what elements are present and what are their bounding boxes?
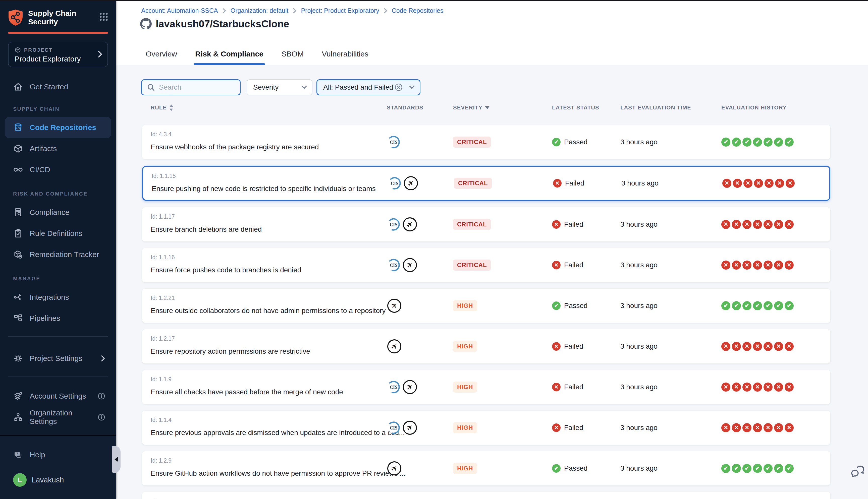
breadcrumb-code-repositories[interactable]: Code Repositories: [392, 7, 444, 14]
tab-risk-compliance[interactable]: Risk & Compliance: [194, 50, 265, 65]
sidebar-item-compliance[interactable]: Compliance: [5, 202, 111, 223]
sidebar-item-integrations[interactable]: Integrations: [5, 287, 111, 308]
column-header-last-evaluation-time[interactable]: LAST EVALUATION TIME: [620, 105, 691, 111]
info-icon[interactable]: [98, 414, 105, 421]
table-row[interactable]: Id: 1.2.21 Ensure outside collaborators …: [142, 289, 830, 323]
paper-plane-standard-icon[interactable]: ✈: [402, 257, 418, 272]
breadcrumb-organization[interactable]: Organization: default: [231, 7, 289, 14]
sidebar-item-help[interactable]: ? Help: [5, 444, 111, 465]
search-box[interactable]: [141, 79, 241, 95]
breadcrumb-account[interactable]: Account: Automation-SSCA: [141, 7, 218, 14]
search-icon: [147, 83, 155, 92]
project-card-name: Product Exploratory: [14, 55, 101, 63]
history-fail-icon: ✕: [732, 423, 741, 432]
cis-standard-icon[interactable]: CIS: [387, 218, 400, 231]
severity-badge: HIGH: [453, 463, 477, 474]
history-pass-icon: ✔: [753, 137, 762, 147]
chevron-down-icon: [301, 86, 307, 89]
paper-plane-standard-icon[interactable]: ✈: [403, 176, 419, 191]
paper-plane-standard-icon[interactable]: ✈: [387, 461, 402, 476]
tab-overview[interactable]: Overview: [144, 50, 179, 65]
sidebar: Supply Chain Security PROJECT Product Ex…: [0, 0, 116, 499]
sidebar-item-rule-definitions[interactable]: Rule Definitions: [5, 223, 111, 244]
paper-plane-standard-icon[interactable]: ✈: [402, 379, 418, 394]
sidebar-collapse-handle[interactable]: [112, 446, 121, 473]
severity-badge: CRITICAL: [453, 259, 491, 271]
severity-badge: CRITICAL: [453, 219, 491, 230]
column-header-standards[interactable]: STANDARDS: [387, 105, 423, 111]
history-cell: ✔✔✔✔✔✔✔: [721, 125, 794, 159]
tab-vulnerabilities[interactable]: Vulnerabilities: [320, 50, 370, 65]
cis-standard-icon[interactable]: CIS: [388, 177, 401, 190]
support-chat-icon[interactable]: [851, 464, 866, 479]
cis-standard-icon[interactable]: CIS: [387, 258, 400, 272]
sidebar-item-remediation-tracker[interactable]: Remediation Tracker: [5, 244, 111, 265]
search-input[interactable]: [159, 83, 236, 92]
history-fail-icon: ✕: [743, 382, 751, 392]
column-header-evaluation-history[interactable]: EVALUATION HISTORY: [721, 105, 787, 111]
sidebar-item-artifacts[interactable]: Artifacts: [5, 138, 111, 159]
history-fail-icon: ✕: [763, 342, 773, 351]
sidebar-item-account-settings[interactable]: Account Settings: [5, 386, 111, 406]
evaluation-time: 3 hours ago: [620, 248, 658, 282]
sidebar-item-label: Get Started: [29, 83, 68, 91]
history-cell: ✕✕✕✕✕✕✕: [722, 167, 795, 200]
cube-icon: [13, 144, 23, 154]
table-row[interactable]: Id: 1.2.17 Ensure repository action perm…: [142, 329, 830, 364]
rules-table: RULE STANDARDS SEVERITY LATEST STATUS LA…: [142, 105, 830, 499]
status-text: Failed: [564, 220, 583, 228]
breadcrumb-project[interactable]: Project: Product Exploratory: [301, 7, 379, 14]
sidebar-item-code-repositories[interactable]: </> Code Repositories: [5, 117, 111, 138]
history-fail-icon: ✕: [743, 220, 751, 229]
cis-standard-icon[interactable]: CIS: [387, 135, 400, 149]
clear-filter-icon[interactable]: [395, 83, 402, 92]
sidebar-item-pipelines[interactable]: Pipelines: [5, 308, 111, 329]
status-filter[interactable]: All: Passed and Failed: [316, 79, 420, 95]
table-row[interactable]: Id: 1.1.17 Ensure branch deletions are d…: [142, 207, 830, 242]
svg-text:CIS: CIS: [390, 263, 398, 268]
history-cell: ✕✕✕✕✕✕✕: [721, 207, 794, 242]
table-row[interactable]: Id: 1.1.16 Ensure force pushes code to b…: [142, 248, 830, 282]
paper-plane-standard-icon[interactable]: ✈: [387, 339, 402, 354]
table-row[interactable]: Id: 4.3.4 Ensure webhooks of the package…: [142, 125, 830, 159]
table-row[interactable]: Id: 1.1.4 Ensure previous approvals are …: [142, 411, 830, 445]
sidebar-item-get-started[interactable]: Get Started: [5, 76, 111, 97]
app-title: Supply Chain Security: [28, 9, 99, 26]
severity-badge: CRITICAL: [453, 136, 491, 148]
cis-standard-icon[interactable]: CIS: [387, 380, 400, 394]
rules-table-header: RULE STANDARDS SEVERITY LATEST STATUS LA…: [142, 105, 830, 114]
info-icon[interactable]: [98, 392, 105, 400]
table-row[interactable]: Id: 1.2.9 Ensure GitHub action workflows…: [142, 451, 830, 485]
history-fail-icon: ✕: [721, 260, 731, 270]
column-header-rule[interactable]: RULE: [151, 105, 173, 111]
severity-filter[interactable]: Severity: [246, 79, 312, 95]
user-menu[interactable]: L Lavakush: [5, 470, 111, 490]
standards-cell: CIS ✈: [387, 370, 418, 404]
chevron-right-icon: [101, 355, 105, 362]
column-header-severity[interactable]: SEVERITY: [453, 105, 490, 111]
infinity-icon: [13, 165, 23, 175]
tab-sbom[interactable]: SBOM: [280, 50, 305, 65]
table-row[interactable]: Id: 1.1.15 Ensure pushing of new code is…: [142, 166, 830, 201]
sidebar-item-project-settings[interactable]: Project Settings: [5, 348, 111, 369]
column-header-latest-status[interactable]: LATEST STATUS: [552, 105, 599, 111]
history-fail-icon: ✕: [732, 382, 741, 392]
history-cell: ✕✕✕✕✕✕✕: [721, 411, 794, 445]
project-selector[interactable]: PROJECT Product Exploratory: [8, 42, 108, 67]
app-grid-icon[interactable]: [99, 13, 108, 21]
table-row[interactable]: Id: 1.1.9 Ensure all checks have passed …: [142, 370, 830, 404]
history-cell: ✕✕✕✕✕✕✕: [721, 370, 794, 404]
sidebar-footer: ? Help L Lavakush: [0, 435, 116, 499]
cis-standard-icon[interactable]: CIS: [387, 421, 400, 435]
rule-id: Id: 1.2.17: [151, 335, 175, 342]
history-cell: ✔✔✔✔✔✔✔: [721, 451, 794, 485]
sidebar-item-organization-settings[interactable]: Organization Settings: [5, 406, 111, 428]
paper-plane-standard-icon[interactable]: ✈: [402, 217, 418, 232]
sidebar-item-cicd[interactable]: CI/CD: [5, 159, 111, 180]
rule-id: Id: 1.2.9: [151, 457, 171, 464]
paper-plane-standard-icon[interactable]: ✈: [402, 420, 418, 435]
status-text: Passed: [564, 302, 588, 310]
table-row[interactable]: Id: 1.1.5 CIS ✈ HIGH ✕ Failed 3 hours ag…: [142, 492, 830, 499]
severity-filter-label: Severity: [253, 83, 298, 92]
paper-plane-standard-icon[interactable]: ✈: [387, 298, 402, 313]
